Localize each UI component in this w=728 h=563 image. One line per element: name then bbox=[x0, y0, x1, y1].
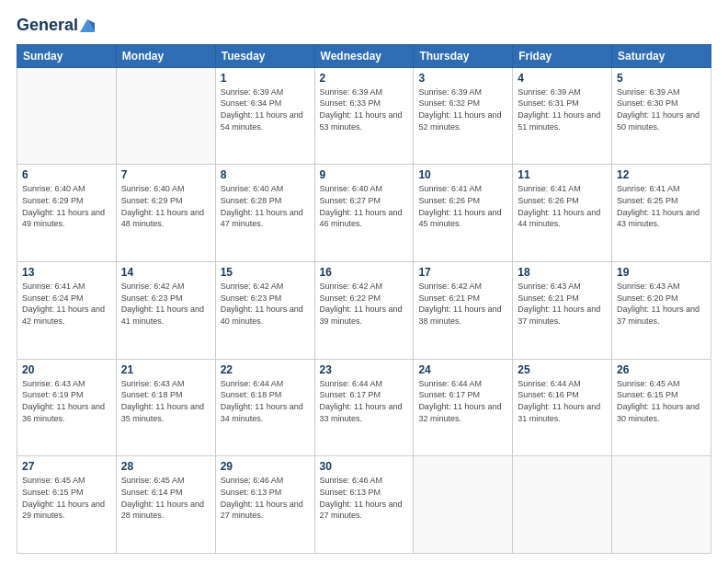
day-info: Sunrise: 6:46 AM Sunset: 6:13 PM Dayligh… bbox=[221, 475, 310, 521]
day-cell: 15Sunrise: 6:42 AM Sunset: 6:23 PM Dayli… bbox=[215, 262, 314, 360]
day-number: 23 bbox=[320, 363, 409, 376]
day-cell: 29Sunrise: 6:46 AM Sunset: 6:13 PM Dayli… bbox=[215, 456, 314, 554]
week-row-4: 20Sunrise: 6:43 AM Sunset: 6:19 PM Dayli… bbox=[17, 359, 711, 456]
weekday-friday: Friday bbox=[513, 44, 612, 67]
day-info: Sunrise: 6:46 AM Sunset: 6:13 PM Dayligh… bbox=[320, 475, 409, 521]
day-number: 19 bbox=[617, 266, 706, 279]
day-cell: 24Sunrise: 6:44 AM Sunset: 6:17 PM Dayli… bbox=[414, 359, 513, 456]
day-number: 13 bbox=[22, 266, 111, 279]
weekday-tuesday: Tuesday bbox=[215, 44, 314, 67]
day-number: 4 bbox=[518, 72, 607, 85]
day-number: 22 bbox=[221, 363, 310, 376]
day-number: 24 bbox=[418, 363, 507, 376]
day-info: Sunrise: 6:43 AM Sunset: 6:19 PM Dayligh… bbox=[22, 378, 111, 424]
day-number: 16 bbox=[320, 266, 409, 279]
day-info: Sunrise: 6:39 AM Sunset: 6:30 PM Dayligh… bbox=[617, 86, 706, 132]
day-number: 11 bbox=[518, 168, 607, 181]
day-info: Sunrise: 6:44 AM Sunset: 6:16 PM Dayligh… bbox=[518, 378, 607, 424]
day-cell: 9Sunrise: 6:40 AM Sunset: 6:27 PM Daylig… bbox=[314, 165, 414, 262]
weekday-thursday: Thursday bbox=[414, 44, 513, 67]
day-info: Sunrise: 6:39 AM Sunset: 6:33 PM Dayligh… bbox=[320, 86, 409, 132]
day-info: Sunrise: 6:40 AM Sunset: 6:28 PM Dayligh… bbox=[221, 183, 310, 229]
day-info: Sunrise: 6:41 AM Sunset: 6:26 PM Dayligh… bbox=[418, 183, 507, 229]
day-cell: 27Sunrise: 6:45 AM Sunset: 6:15 PM Dayli… bbox=[17, 456, 117, 554]
calendar-table: SundayMondayTuesdayWednesdayThursdayFrid… bbox=[17, 44, 711, 554]
day-number: 9 bbox=[320, 168, 409, 181]
day-info: Sunrise: 6:44 AM Sunset: 6:17 PM Dayligh… bbox=[320, 378, 409, 424]
day-info: Sunrise: 6:44 AM Sunset: 6:18 PM Dayligh… bbox=[221, 378, 310, 424]
day-cell: 22Sunrise: 6:44 AM Sunset: 6:18 PM Dayli… bbox=[215, 359, 314, 456]
weekday-monday: Monday bbox=[116, 44, 215, 67]
day-cell: 6Sunrise: 6:40 AM Sunset: 6:29 PM Daylig… bbox=[17, 165, 117, 262]
day-number: 5 bbox=[617, 72, 706, 85]
day-cell bbox=[612, 456, 711, 554]
weekday-header-row: SundayMondayTuesdayWednesdayThursdayFrid… bbox=[17, 44, 711, 67]
day-cell: 11Sunrise: 6:41 AM Sunset: 6:26 PM Dayli… bbox=[513, 165, 612, 262]
day-number: 28 bbox=[121, 460, 210, 473]
day-info: Sunrise: 6:42 AM Sunset: 6:22 PM Dayligh… bbox=[320, 281, 409, 327]
day-cell: 23Sunrise: 6:44 AM Sunset: 6:17 PM Dayli… bbox=[314, 359, 414, 456]
day-info: Sunrise: 6:41 AM Sunset: 6:25 PM Dayligh… bbox=[617, 183, 706, 229]
day-number: 21 bbox=[121, 363, 210, 376]
week-row-3: 13Sunrise: 6:41 AM Sunset: 6:24 PM Dayli… bbox=[17, 262, 711, 360]
page: General SundayMondayTuesdayWednesdayThur… bbox=[0, 0, 728, 563]
day-number: 1 bbox=[221, 72, 310, 85]
day-number: 18 bbox=[518, 266, 607, 279]
day-info: Sunrise: 6:45 AM Sunset: 6:14 PM Dayligh… bbox=[121, 475, 210, 521]
day-info: Sunrise: 6:40 AM Sunset: 6:29 PM Dayligh… bbox=[22, 183, 111, 229]
day-cell: 14Sunrise: 6:42 AM Sunset: 6:23 PM Dayli… bbox=[116, 262, 215, 360]
day-info: Sunrise: 6:43 AM Sunset: 6:21 PM Dayligh… bbox=[518, 281, 607, 327]
day-cell: 16Sunrise: 6:42 AM Sunset: 6:22 PM Dayli… bbox=[314, 262, 414, 360]
day-cell: 1Sunrise: 6:39 AM Sunset: 6:34 PM Daylig… bbox=[215, 67, 314, 165]
day-number: 25 bbox=[518, 363, 607, 376]
day-number: 29 bbox=[221, 460, 310, 473]
weekday-wednesday: Wednesday bbox=[314, 44, 414, 67]
week-row-2: 6Sunrise: 6:40 AM Sunset: 6:29 PM Daylig… bbox=[17, 165, 711, 262]
day-number: 27 bbox=[22, 460, 111, 473]
day-number: 8 bbox=[221, 168, 310, 181]
day-number: 26 bbox=[617, 363, 706, 376]
day-cell bbox=[513, 456, 612, 554]
logo: General bbox=[17, 17, 95, 35]
day-info: Sunrise: 6:39 AM Sunset: 6:34 PM Dayligh… bbox=[221, 86, 310, 132]
day-info: Sunrise: 6:39 AM Sunset: 6:32 PM Dayligh… bbox=[418, 86, 507, 132]
day-info: Sunrise: 6:43 AM Sunset: 6:20 PM Dayligh… bbox=[617, 281, 706, 327]
day-info: Sunrise: 6:40 AM Sunset: 6:27 PM Dayligh… bbox=[320, 183, 409, 229]
day-number: 12 bbox=[617, 168, 706, 181]
day-info: Sunrise: 6:44 AM Sunset: 6:17 PM Dayligh… bbox=[418, 378, 507, 424]
day-cell: 19Sunrise: 6:43 AM Sunset: 6:20 PM Dayli… bbox=[612, 262, 711, 360]
day-info: Sunrise: 6:43 AM Sunset: 6:18 PM Dayligh… bbox=[121, 378, 210, 424]
day-cell: 25Sunrise: 6:44 AM Sunset: 6:16 PM Dayli… bbox=[513, 359, 612, 456]
day-cell: 17Sunrise: 6:42 AM Sunset: 6:21 PM Dayli… bbox=[414, 262, 513, 360]
day-cell: 20Sunrise: 6:43 AM Sunset: 6:19 PM Dayli… bbox=[17, 359, 117, 456]
day-info: Sunrise: 6:40 AM Sunset: 6:29 PM Dayligh… bbox=[121, 183, 210, 229]
weekday-saturday: Saturday bbox=[612, 44, 711, 67]
day-info: Sunrise: 6:42 AM Sunset: 6:23 PM Dayligh… bbox=[121, 281, 210, 327]
day-number: 7 bbox=[121, 168, 210, 181]
day-cell: 21Sunrise: 6:43 AM Sunset: 6:18 PM Dayli… bbox=[116, 359, 215, 456]
day-cell: 18Sunrise: 6:43 AM Sunset: 6:21 PM Dayli… bbox=[513, 262, 612, 360]
day-number: 20 bbox=[22, 363, 111, 376]
day-cell: 28Sunrise: 6:45 AM Sunset: 6:14 PM Dayli… bbox=[116, 456, 215, 554]
day-cell: 3Sunrise: 6:39 AM Sunset: 6:32 PM Daylig… bbox=[414, 67, 513, 165]
day-number: 14 bbox=[121, 266, 210, 279]
day-number: 6 bbox=[22, 168, 111, 181]
day-cell bbox=[414, 456, 513, 554]
day-cell: 8Sunrise: 6:40 AM Sunset: 6:28 PM Daylig… bbox=[215, 165, 314, 262]
week-row-5: 27Sunrise: 6:45 AM Sunset: 6:15 PM Dayli… bbox=[17, 456, 711, 554]
day-cell: 26Sunrise: 6:45 AM Sunset: 6:15 PM Dayli… bbox=[612, 359, 711, 456]
day-info: Sunrise: 6:45 AM Sunset: 6:15 PM Dayligh… bbox=[22, 475, 111, 521]
day-info: Sunrise: 6:45 AM Sunset: 6:15 PM Dayligh… bbox=[617, 378, 706, 424]
day-info: Sunrise: 6:42 AM Sunset: 6:23 PM Dayligh… bbox=[221, 281, 310, 327]
day-cell: 13Sunrise: 6:41 AM Sunset: 6:24 PM Dayli… bbox=[17, 262, 117, 360]
day-number: 2 bbox=[320, 72, 409, 85]
logo-text: General bbox=[17, 17, 95, 35]
day-number: 17 bbox=[418, 266, 507, 279]
day-cell: 10Sunrise: 6:41 AM Sunset: 6:26 PM Dayli… bbox=[414, 165, 513, 262]
day-number: 30 bbox=[320, 460, 409, 473]
day-info: Sunrise: 6:41 AM Sunset: 6:26 PM Dayligh… bbox=[518, 183, 607, 229]
day-cell: 7Sunrise: 6:40 AM Sunset: 6:29 PM Daylig… bbox=[116, 165, 215, 262]
day-cell: 2Sunrise: 6:39 AM Sunset: 6:33 PM Daylig… bbox=[314, 67, 414, 165]
day-number: 15 bbox=[221, 266, 310, 279]
day-cell bbox=[17, 67, 117, 165]
